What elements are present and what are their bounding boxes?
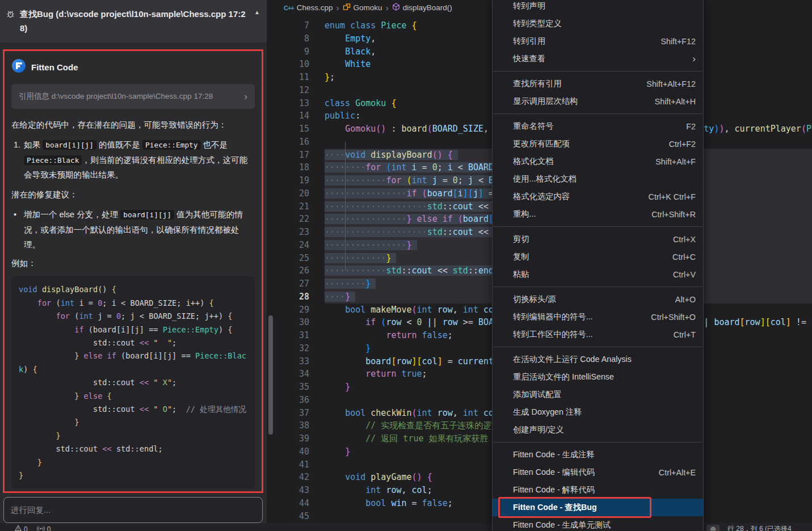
menu-separator <box>493 113 702 114</box>
reference-info[interactable]: 引用信息 d:\vscode project\l10n-sample\Chess… <box>11 84 255 109</box>
line-number: 15 <box>267 123 309 136</box>
menu-item-shortcut: Alt+O <box>675 295 696 304</box>
fix-text: 增加一个 else 分支，处理 board[i][j] 值为其他可能的情况，或者… <box>24 207 255 252</box>
menu-item-shortcut: Ctrl+T <box>674 330 696 339</box>
menu-item-label: 添加调试配置 <box>513 389 562 400</box>
problems-status[interactable]: 0 <box>15 525 28 531</box>
menu-item[interactable]: 格式化选定内容Ctrl+K Ctrl+F <box>493 188 703 205</box>
ports-status[interactable]: 0 <box>37 525 51 531</box>
menu-item[interactable]: 转到引用Shift+F12 <box>493 32 703 50</box>
menu-item-fitten-find-bug[interactable]: Fitten Code - 查找Bug <box>493 499 703 516</box>
menu-item-shortcut: Shift+Alt+F12 <box>646 79 696 88</box>
breadcrumb-method-label: displayBoard() <box>403 3 452 12</box>
chat-code-line: std::cout << " O"; // 处理其他情况 <box>19 403 247 416</box>
menu-item[interactable]: Fitten Code - 编辑代码Ctrl+Alt+E <box>493 463 703 481</box>
add-feedback-icon[interactable]: ⊕ <box>706 525 720 531</box>
menu-item-label: 显示调用层次结构 <box>513 96 578 107</box>
menu-item[interactable]: 转到编辑器中的符号...Ctrl+Shift+O <box>493 308 703 326</box>
menu-item-label: 重启活动文件的 IntelliSense <box>513 372 614 382</box>
line-number: 37 <box>267 407 309 420</box>
menu-item-shortcut: Shift+Alt+H <box>655 97 696 106</box>
menu-item-shortcut: Ctrl+Alt+E <box>659 468 696 477</box>
menu-separator <box>493 71 702 71</box>
menu-item-shortcut: Ctrl+Shift+R <box>651 210 696 219</box>
cursor-position-status[interactable]: 行 28，列 6 (已选择4 <box>727 524 792 531</box>
line-number: 36 <box>267 394 309 407</box>
menu-separator <box>493 286 702 287</box>
chat-code-line: } <box>19 469 247 482</box>
fitten-code-panel: 查找Bug (d:\vscode project\l10n-sample\Che… <box>0 0 267 523</box>
panel-scrollbar[interactable] <box>268 315 273 435</box>
breadcrumb-method[interactable]: displayBoard() <box>392 3 452 12</box>
menu-item-label: Fitten Code - 生成注释 <box>513 449 595 460</box>
menu-item-label: Fitten Code - 编辑代码 <box>513 467 595 478</box>
line-number: 24 <box>267 239 309 252</box>
context-menu: 转到声明转到类型定义转到引用Shift+F12快速查看›查找所有引用Shift+… <box>492 0 704 531</box>
menu-item[interactable]: 剪切Ctrl+X <box>493 230 703 248</box>
fix-item: • 增加一个 else 分支，处理 board[i][j] 值为其他可能的情况，… <box>11 207 255 252</box>
menu-item-shortcut: Ctrl+C <box>672 252 696 262</box>
line-number: 39 <box>267 432 309 445</box>
menu-item-label: 重构... <box>513 209 536 220</box>
menu-item-label: 转到编辑器中的符号... <box>513 311 593 322</box>
method-icon <box>392 3 400 12</box>
line-number: 23 <box>267 226 309 239</box>
menu-item[interactable]: 重启活动文件的 IntelliSense <box>493 368 703 386</box>
menu-item[interactable]: 快速查看› <box>493 50 703 68</box>
line-number: 42 <box>267 471 309 484</box>
line-number: 38 <box>267 419 309 432</box>
line-number: 13 <box>267 97 309 110</box>
menu-item[interactable]: Fitten Code - 生成单元测试 <box>493 516 703 531</box>
chat-code-line: std::cout << " X"; <box>19 376 247 389</box>
reply-input[interactable] <box>4 498 262 522</box>
menu-item[interactable]: 切换标头/源Alt+O <box>493 290 703 308</box>
menu-item[interactable]: 转到声明 <box>493 0 703 15</box>
assistant-row: Fitten Code <box>11 58 255 75</box>
warning-icon <box>15 525 22 531</box>
line-number: 28 <box>267 290 309 304</box>
menu-item[interactable]: 复制Ctrl+C <box>493 248 703 266</box>
menu-item[interactable]: 显示调用层次结构Shift+Alt+H <box>493 92 703 110</box>
line-number: 40 <box>267 445 309 458</box>
menu-item[interactable]: 生成 Doxygen 注释 <box>493 403 703 421</box>
menu-item[interactable]: 格式化文档Shift+Alt+F <box>493 153 703 170</box>
menu-item[interactable]: 更改所有匹配项Ctrl+F2 <box>493 135 703 153</box>
collapse-arrow-icon[interactable]: ▲ <box>254 9 260 15</box>
chat-code-line: if (board[i][j] == Piece::Empty) { <box>19 323 247 336</box>
menu-separator <box>493 226 702 227</box>
menu-item[interactable]: 转到工作区中的符号...Ctrl+T <box>493 326 703 343</box>
menu-item[interactable]: 在活动文件上运行 Code Analysis <box>493 351 703 368</box>
menu-item[interactable]: 添加调试配置 <box>493 386 703 403</box>
broadcast-icon <box>37 525 45 531</box>
menu-item[interactable]: 重构...Ctrl+Shift+R <box>493 205 703 223</box>
menu-item[interactable]: 使用...格式化文档 <box>493 170 703 188</box>
menu-item[interactable]: Fitten Code - 生成注释 <box>493 446 703 463</box>
chat-code-block: void displayBoard() { for (int i = 0; i … <box>11 276 255 489</box>
menu-item[interactable]: 重命名符号F2 <box>493 117 703 135</box>
menu-item[interactable]: 粘贴Ctrl+V <box>493 266 703 283</box>
line-number: 17 <box>267 149 309 162</box>
chat-code-line: } else if (board[i][j] == Piece::Black) … <box>19 349 247 376</box>
line-number: 21 <box>267 200 309 213</box>
highlighted-answer-frame: Fitten Code 引用信息 d:\vscode project\l10n-… <box>3 49 263 493</box>
chat-code-line: std::cout << std::endl; <box>19 442 247 456</box>
warning-count: 0 <box>24 525 28 531</box>
line-number: 44 <box>267 497 309 510</box>
menu-item[interactable]: 转到类型定义 <box>493 15 703 32</box>
menu-item[interactable]: Fitten Code - 解释代码 <box>493 481 703 499</box>
chat-code-line: for (int j = 0; j < BOARD_SIZE; j++) { <box>19 310 247 323</box>
menu-item-label: 转到引用 <box>513 36 545 47</box>
reference-label: 引用信息 d:\vscode project\l10n-sample\Chess… <box>19 91 213 102</box>
menu-item-label: 快速查看 <box>513 53 545 64</box>
line-number: 12 <box>267 84 309 97</box>
breadcrumb-file[interactable]: C++ Chess.cpp <box>284 3 333 12</box>
bullet-marker: • <box>11 207 24 252</box>
breadcrumb-class[interactable]: Gomoku <box>343 3 382 12</box>
menu-item-label: 生成 Doxygen 注释 <box>513 407 582 418</box>
line-number: 30 <box>267 316 309 329</box>
chat-code-line: } <box>19 416 247 429</box>
indent-guide <box>345 142 346 271</box>
menu-item[interactable]: 创建声明/定义 <box>493 421 703 439</box>
menu-item-label: 剪切 <box>513 234 529 245</box>
menu-item[interactable]: 查找所有引用Shift+Alt+F12 <box>493 75 703 92</box>
